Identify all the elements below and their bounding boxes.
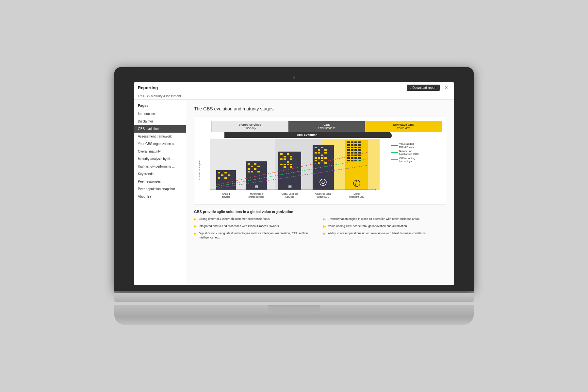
bullet-item-3: ▶ Digitalization - using latest technolo… <box>194 231 317 239</box>
svg-rect-24 <box>248 166 250 167</box>
legend-line-green <box>391 152 398 153</box>
evolution-bar: GBS Evolution <box>224 132 390 138</box>
sidebar-item-maturity-analysis[interactable]: Maturity analysis by di... <box>134 155 186 163</box>
svg-rect-115 <box>354 149 357 151</box>
evolution-bar-label: GBS Evolution <box>297 133 318 137</box>
bullet-text-2: Integrated end-to-end processes with Glo… <box>199 224 280 228</box>
svg-rect-55 <box>290 161 292 163</box>
sidebar-item-peer-population[interactable]: Peer population snapshot <box>134 185 186 193</box>
svg-rect-47 <box>290 156 292 157</box>
svg-rect-13 <box>221 177 223 179</box>
svg-rect-84 <box>315 157 317 159</box>
svg-rect-86 <box>321 157 323 159</box>
svg-rect-30 <box>254 168 256 170</box>
bullet-arrow-6: ▶ <box>323 231 326 236</box>
svg-rect-75 <box>324 149 327 151</box>
bullet-arrow-5: ▶ <box>323 224 326 229</box>
svg-text:Advanced value: Advanced value <box>315 193 331 195</box>
bullet-arrow-2: ▶ <box>194 224 197 229</box>
sidebar-item-disclaimer[interactable]: Disclaimer <box>134 118 186 125</box>
svg-rect-25 <box>251 166 253 167</box>
svg-rect-15 <box>228 177 230 179</box>
svg-rect-8 <box>218 174 220 176</box>
svg-rect-112 <box>358 147 361 148</box>
svg-rect-127 <box>354 157 357 159</box>
subtitle-text: EY GBS Maturity Assessment <box>138 94 181 98</box>
sidebar-item-your-gbs[interactable]: Your GBS organization a... <box>134 140 186 148</box>
svg-rect-28 <box>248 168 250 170</box>
svg-rect-57 <box>284 164 286 165</box>
svg-rect-51 <box>290 158 292 160</box>
bullet-list: ▶ Strong (internal & external) customer … <box>194 217 446 239</box>
svg-rect-42 <box>287 153 289 155</box>
sidebar-item-about-ey[interactable]: About EY <box>134 193 186 200</box>
svg-rect-119 <box>354 152 357 154</box>
svg-rect-85 <box>318 157 320 159</box>
sidebar-item-key-trends[interactable]: Key trends <box>134 170 186 178</box>
svg-rect-56 <box>280 164 283 165</box>
sidebar-item-peer-responses[interactable]: Peer responses <box>134 178 186 185</box>
title-bar: Reporting ↓ Download report ✕ <box>134 82 454 93</box>
svg-rect-31 <box>257 168 260 170</box>
svg-text:Multifunction: Multifunction <box>250 193 263 195</box>
sidebar-item-gbs-evolution[interactable]: GBS evolution <box>134 125 186 133</box>
svg-text:↑: ↑ <box>225 185 227 188</box>
svg-rect-130 <box>351 160 353 161</box>
svg-rect-87 <box>324 157 327 159</box>
svg-rect-20 <box>248 163 250 165</box>
svg-text:Services: Services <box>286 196 294 198</box>
laptop-base <box>114 293 474 302</box>
stages-header: Shared services Efficiency GBS Effective… <box>211 121 442 132</box>
svg-rect-60 <box>280 166 283 168</box>
svg-rect-82 <box>321 155 323 156</box>
sidebar-item-introduction[interactable]: Introduction <box>134 110 186 118</box>
svg-rect-113 <box>347 149 350 151</box>
svg-text:🏢: 🏢 <box>255 185 259 188</box>
bottom-title: GBS provide agile solutions in a global … <box>194 210 446 214</box>
svg-rect-58 <box>287 164 289 165</box>
svg-rect-52 <box>280 161 283 163</box>
svg-rect-77 <box>318 152 320 154</box>
sidebar-item-overall-maturity[interactable]: Overall maturity <box>134 148 186 155</box>
svg-rect-27 <box>257 166 260 167</box>
stage-label: Shared services <box>213 123 286 126</box>
page-title: The GBS evolution and maturity stages <box>194 106 446 111</box>
close-button[interactable]: ✕ <box>442 84 450 91</box>
gbs-diagram: Shared services Efficiency GBS Effective… <box>194 117 446 204</box>
svg-rect-121 <box>347 155 350 156</box>
subtitle-bar: EY GBS Maturity Assessment <box>134 93 454 100</box>
svg-text:shared services: shared services <box>248 196 265 198</box>
svg-text:Digital: Digital <box>353 193 360 195</box>
svg-rect-61 <box>284 166 286 168</box>
svg-rect-110 <box>351 147 353 148</box>
svg-rect-40 <box>280 153 283 155</box>
svg-rect-116 <box>358 149 361 151</box>
svg-rect-32 <box>248 171 250 172</box>
stage-label: NextWave GBS <box>367 123 440 126</box>
svg-rect-118 <box>351 152 353 154</box>
bullet-text-4: Transformation engine in close co-operat… <box>328 217 420 221</box>
download-button[interactable]: ↓ Download report <box>407 85 440 91</box>
bullet-text-5: Value-adding GBS scope through innovatio… <box>328 224 408 228</box>
svg-rect-71 <box>324 147 327 148</box>
svg-rect-79 <box>324 152 327 154</box>
svg-rect-62 <box>287 166 289 168</box>
y-axis-label: Number of adopters <box>198 139 203 200</box>
svg-rect-9 <box>221 174 223 176</box>
sidebar-item-assessment-framework[interactable]: Assessment framework <box>134 133 186 140</box>
legend-label-functions: Number offunctions in GBS <box>399 150 419 155</box>
legend-item-functions: Number offunctions in GBS <box>391 150 442 155</box>
stage-sub: Effectiveness <box>290 126 363 130</box>
sidebar-item-high-vs-low[interactable]: High vs low performing ... <box>134 163 186 170</box>
svg-rect-21 <box>251 163 253 165</box>
svg-rect-83 <box>324 155 327 156</box>
svg-rect-107 <box>354 144 357 146</box>
svg-rect-26 <box>254 166 256 167</box>
app-container: Reporting ↓ Download report ✕ EY GBS Mat… <box>134 82 454 285</box>
svg-text:Shared: Shared <box>222 193 230 195</box>
svg-rect-94 <box>321 162 323 164</box>
stage-nextwave: NextWave GBS Value-add <box>365 121 442 132</box>
buildings-chart: ↑ Shared services <box>203 139 386 200</box>
svg-rect-54 <box>287 161 289 163</box>
svg-rect-43 <box>290 153 292 155</box>
